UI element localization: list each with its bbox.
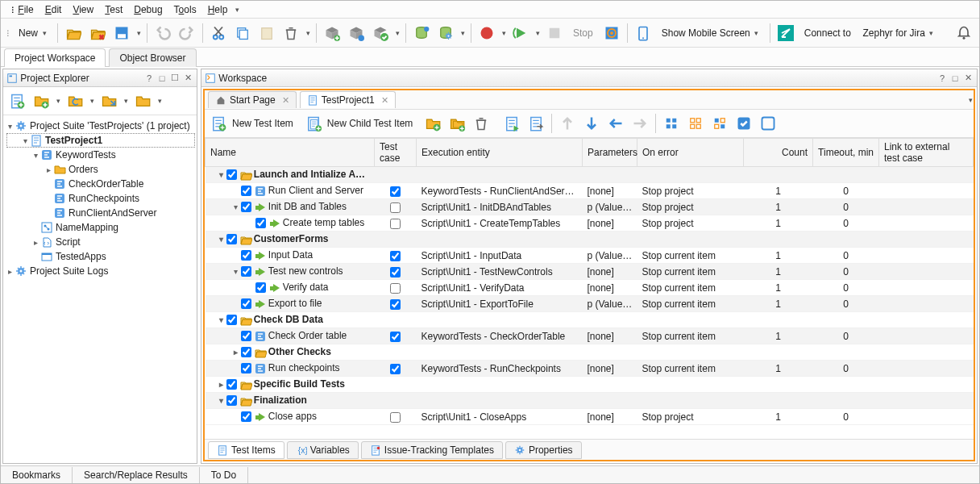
col-timeout[interactable]: Timeout, min [813,139,879,167]
run-icon[interactable] [510,23,531,44]
check-mixed-icon[interactable] [709,113,730,134]
table-row[interactable]: ▾ Test new controlsScript\Unit1 - TestNe… [206,264,974,280]
table-row[interactable]: Close appsScript\Unit1 - CloseApps[none]… [206,409,974,425]
row-checkbox[interactable] [255,218,266,228]
row-checkbox[interactable] [241,363,251,373]
status-search[interactable]: Search/Replace Results [73,467,200,483]
pin-icon[interactable]: ☐ [169,73,181,84]
add-module-icon[interactable] [322,23,343,44]
tree-logs[interactable]: Project Suite Logs [30,265,108,277]
table-row[interactable]: Run checkpointsKeywordTests - RunCheckpo… [206,361,974,377]
new-button[interactable]: New▾ [14,23,52,44]
row-checkbox[interactable] [255,282,266,293]
row-checkbox[interactable] [241,202,251,212]
stop-button[interactable]: Stop [568,23,598,44]
table-row[interactable]: Verify dataScript\Unit1 - VerifyData[non… [206,280,974,296]
close-icon[interactable]: ✕ [182,73,193,84]
tab-start-page[interactable]: Start Page✕ [208,91,297,108]
row-checkbox[interactable] [241,347,251,357]
add-folder-icon[interactable] [31,90,52,111]
phone-icon[interactable] [633,23,654,44]
status-todo[interactable]: To Do [200,467,248,483]
col-name[interactable]: Name [206,139,375,167]
testcase-checkbox[interactable] [390,332,401,342]
export-icon[interactable] [98,90,119,111]
tab-testproject1[interactable]: TestProject1✕ [300,91,396,108]
db-gear-icon[interactable] [435,23,456,44]
table-row[interactable]: Run Client and ServerKeywordTests - RunC… [206,183,974,199]
bell-icon[interactable] [953,23,974,44]
tree-suite[interactable]: Project Suite 'TestProjects' (1 project) [30,120,190,131]
open-icon[interactable] [63,23,84,44]
record-dropdown[interactable]: ▾ [500,29,507,37]
tree-project[interactable]: TestProject1 [45,135,102,146]
menu-file[interactable]: ⫶ File [6,2,39,17]
testcase-checkbox[interactable] [390,251,401,261]
row-checkbox[interactable] [226,315,237,325]
row-checkbox[interactable] [226,234,237,244]
table-row[interactable]: ▾ Launch and Intialize Applications [206,167,974,183]
record-icon[interactable] [476,23,497,44]
tree-testedapps[interactable]: TestedApps [56,251,106,262]
table-row[interactable]: Export to fileScript\Unit1 - ExportToFil… [206,296,974,312]
indent-icon[interactable] [629,113,650,134]
tree-keywordtests[interactable]: KeywordTests [56,149,116,161]
import-icon[interactable] [132,90,153,111]
db-dropdown[interactable]: ▾ [459,29,466,37]
ws-max-icon[interactable]: □ [949,73,961,84]
maximize-icon[interactable]: □ [156,73,168,84]
row-checkbox[interactable] [241,250,251,261]
menu-edit[interactable]: Edit [40,2,67,17]
tab-test-items[interactable]: Test Items [208,441,284,459]
menu-help[interactable]: Help [203,2,233,17]
table-row[interactable]: Create temp tablesScript\Unit1 - CreateT… [206,215,974,232]
run-item-icon[interactable] [501,113,522,134]
tree-runclientserver[interactable]: RunClientAndServer [69,207,156,219]
table-row[interactable]: ▾ Check DB Data [206,312,974,328]
menu-test[interactable]: Test [100,2,127,17]
ws-tabs-overflow[interactable]: ▾ [967,96,974,104]
approve-module-icon[interactable] [370,23,391,44]
stop-icon[interactable] [544,23,565,44]
copy-icon[interactable] [232,23,253,44]
testcase-checkbox[interactable] [390,219,401,229]
select-all-icon[interactable] [661,113,682,134]
project-tree[interactable]: ▾Project Suite 'TestProjects' (1 project… [3,115,197,463]
new-test-item-icon[interactable] [208,113,229,134]
row-checkbox[interactable] [241,298,251,309]
testcase-checkbox[interactable] [390,364,401,374]
status-bookmarks[interactable]: Bookmarks [1,467,73,483]
col-testcase[interactable]: Test case [375,139,417,167]
outdent-icon[interactable] [605,113,626,134]
refresh-icon[interactable] [64,90,85,111]
row-checkbox[interactable] [241,186,251,196]
row-checkbox[interactable] [241,266,251,277]
test-items-grid[interactable]: Name Test case Execution entity Paramete… [205,138,974,439]
tab-variables[interactable]: {x}Variables [287,441,359,459]
col-link[interactable]: Link to external test case [879,139,974,167]
new-test-item-button[interactable]: New Test Item [232,118,293,129]
row-checkbox[interactable] [226,395,237,406]
zephyr-icon[interactable] [775,23,796,44]
redo-icon[interactable] [176,23,197,44]
refresh-dropdown[interactable]: ▾ [89,97,95,105]
tree-namemapping[interactable]: NameMapping [56,222,118,233]
save-icon[interactable] [111,23,132,44]
add-subfolder-icon[interactable] [446,113,467,134]
uncheck-icon[interactable] [758,113,779,134]
new-child-item-button[interactable]: New Child Test Item [327,118,413,129]
tree-script[interactable]: Script [56,236,81,248]
col-count[interactable]: Count [744,139,813,167]
testcase-checkbox[interactable] [390,283,401,294]
check-icon[interactable] [733,113,754,134]
table-row[interactable]: ▾ CustomerForms [206,232,974,248]
testcase-checkbox[interactable] [390,202,401,213]
testcase-checkbox[interactable] [390,267,401,277]
table-row[interactable]: ▾ Init DB and TablesScript\Unit1 - InitD… [206,199,974,215]
tab-object-browser[interactable]: Object Browser [109,48,196,67]
ws-close-icon[interactable]: ✕ [962,73,974,84]
move-down-icon[interactable] [581,113,602,134]
ws-help-icon[interactable]: ? [936,73,948,84]
row-checkbox[interactable] [241,331,251,341]
row-checkbox[interactable] [226,379,237,390]
